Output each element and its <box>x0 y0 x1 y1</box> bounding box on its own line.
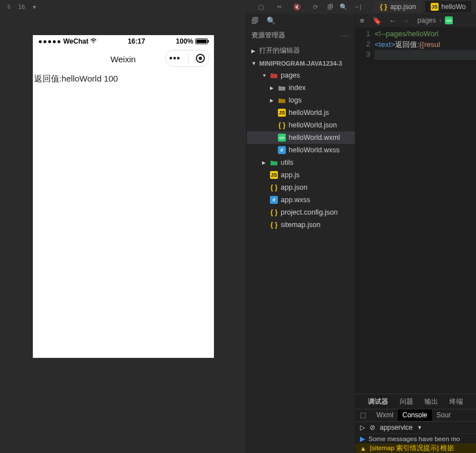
tree-folder[interactable]: ▼pages <box>247 69 355 82</box>
warning-icon: ▲ <box>360 445 366 452</box>
inspect-icon[interactable]: ⬚ <box>360 411 366 419</box>
battery-icon <box>195 39 208 44</box>
rotate-icon[interactable]: ⟳ <box>311 3 319 11</box>
devtools-tab[interactable]: 终端 <box>444 394 469 409</box>
js-icon: JS <box>278 109 286 117</box>
chevron-down-icon[interactable]: ▾ <box>31 3 38 11</box>
arrow-right-icon[interactable]: →| <box>353 3 361 11</box>
tree-file[interactable]: JShelloWorld.js <box>247 106 355 119</box>
json-icon: { } <box>278 121 286 129</box>
project-section[interactable]: ▼ MINIPROGRAM-JAVA1234-3 <box>247 58 355 69</box>
info-icon: ▶ <box>360 435 365 443</box>
json-icon: { } <box>270 183 278 191</box>
tree-item-label: logs <box>289 96 302 104</box>
tab-label: app.json <box>390 3 415 11</box>
files-icon[interactable]: 🗐 <box>251 16 259 25</box>
tree-folder[interactable]: ▶utils <box>247 156 355 169</box>
devtools-tab[interactable]: 问题 <box>394 394 419 409</box>
devtools-tab[interactable]: 输出 <box>419 394 444 409</box>
context-select[interactable]: appservice <box>380 424 413 431</box>
close-button[interactable] <box>196 54 205 63</box>
folder-icon <box>270 71 278 79</box>
js-icon: JS <box>431 3 439 11</box>
tree-item-label: project.config.json <box>281 208 338 216</box>
wifi-icon <box>90 37 97 45</box>
devtools-tab[interactable]: 调试器 <box>362 394 394 409</box>
breadcrumb-item[interactable]: pages <box>418 16 436 24</box>
page-title: Weixin <box>110 54 136 64</box>
console-message: ▶Some messages have been mo <box>355 434 476 443</box>
tree-file[interactable]: { }project.config.json <box>247 206 355 219</box>
simulator-panel: ●●●●● WeChat 16:17 100% Weixin <box>0 14 246 453</box>
title-bar: ⇳ 16 ▾ ▢ ✂ 🔇 ⟳ 🗐 🔍 →| { }app.jsonJShello… <box>0 0 476 14</box>
wxss-icon: # <box>270 196 278 204</box>
tree-file[interactable]: JSapp.js <box>247 169 355 181</box>
devtools-subtab[interactable]: Sour <box>432 409 455 421</box>
devtools-subtab[interactable]: Console <box>398 409 432 421</box>
tree-file[interactable]: { }app.json <box>247 181 355 194</box>
more-icon[interactable]: ··· <box>341 32 350 40</box>
signal-icon: ●●●●● <box>38 37 62 45</box>
devtools-subtab[interactable]: Wxml <box>372 409 398 421</box>
files-icon[interactable]: 🗐 <box>326 3 334 11</box>
folder-icon <box>270 159 278 166</box>
devtools-panel: 调试器问题输出终端 ⬚ WxmlConsoleSour ▷ ⊘ appservi… <box>355 394 476 453</box>
nav-back-icon[interactable]: ← <box>389 16 397 25</box>
clear-icon[interactable]: ⊘ <box>370 424 375 431</box>
chevron-right-icon: ▶ <box>270 98 275 103</box>
bookmark-icon[interactable]: 🔖 <box>372 16 381 25</box>
editor-tab[interactable]: { }app.json <box>374 1 421 12</box>
search-icon[interactable]: 🔍 <box>340 3 348 11</box>
list-icon[interactable]: ≡ <box>360 16 364 25</box>
device-icon[interactable]: ▢ <box>257 3 265 11</box>
scissors-icon[interactable]: ✂ <box>275 3 283 11</box>
tree-file[interactable]: { }helloWorld.json <box>247 119 355 131</box>
open-editors-section[interactable]: ▶ 打开的编辑器 <box>247 44 355 58</box>
tree-file[interactable]: #app.wxss <box>247 194 355 206</box>
device-frame: ●●●●● WeChat 16:17 100% Weixin <box>33 35 214 358</box>
json-icon: { } <box>270 221 278 229</box>
folder-icon <box>278 84 286 92</box>
tree-item-label: app.js <box>281 171 299 179</box>
tree-item-label: sitemap.json <box>281 221 320 229</box>
tree-item-label: app.json <box>281 183 307 191</box>
code-line[interactable]: <!--pages/helloWorl <box>375 29 476 40</box>
tree-folder[interactable]: ▶logs <box>247 94 355 106</box>
chevron-right-icon: ▶ <box>251 48 257 54</box>
chevron-right-icon: ▶ <box>270 86 275 91</box>
result-text: 返回值:helloWorld 100 <box>34 74 118 83</box>
tab-label: helloWo <box>441 3 466 11</box>
editor-panel: ≡ 🔖 ← → pages › </> 123 <!--pages/helloW… <box>355 14 476 453</box>
capsule: ••• <box>165 50 209 67</box>
status-bar: ●●●●● WeChat 16:17 100% <box>33 35 214 48</box>
nav-forward-icon[interactable]: → <box>402 16 410 25</box>
explorer-title: 资源管理器 <box>251 31 285 40</box>
page-content: 返回值:helloWorld 100 <box>33 70 214 358</box>
tree-item-label: helloWorld.wxml <box>289 134 340 142</box>
tree-item-label: helloWorld.js <box>289 109 329 117</box>
tree-file[interactable]: </>helloWorld.wxml <box>247 131 355 144</box>
code-editor[interactable]: 123 <!--pages/helloWorl<text>返回值:{{resul <box>355 27 476 394</box>
play-icon[interactable]: ▷ <box>360 424 365 431</box>
code-line[interactable]: <text>返回值:{{resul <box>375 40 476 50</box>
tree-file[interactable]: { }sitemap.json <box>247 219 355 231</box>
json-icon: { } <box>270 208 278 216</box>
tree-item-label: helloWorld.wxss <box>289 146 340 154</box>
tree-file[interactable]: #helloWorld.wxss <box>247 144 355 156</box>
tree-folder[interactable]: ▶index <box>247 82 355 94</box>
tree-item-label: pages <box>281 71 300 79</box>
chevron-expand-icon[interactable]: ⇳ <box>5 3 12 11</box>
editor-tab-bar: ≡ 🔖 ← → pages › </> <box>355 14 476 27</box>
mute-icon[interactable]: 🔇 <box>293 3 301 11</box>
chevron-right-icon: ▶ <box>262 160 267 165</box>
search-icon[interactable]: 🔍 <box>267 16 276 25</box>
editor-tab[interactable]: JShelloWo <box>425 1 471 12</box>
wxss-icon: # <box>278 146 286 154</box>
battery-pct: 100% <box>176 37 194 45</box>
menu-button[interactable]: ••• <box>169 53 181 63</box>
tree-item-label: utils <box>281 159 293 166</box>
chevron-down-icon: ▼ <box>251 61 257 66</box>
code-line[interactable] <box>375 50 476 60</box>
zoom-level[interactable]: 16 <box>18 3 25 10</box>
chevron-down-icon[interactable]: ▼ <box>417 425 422 430</box>
